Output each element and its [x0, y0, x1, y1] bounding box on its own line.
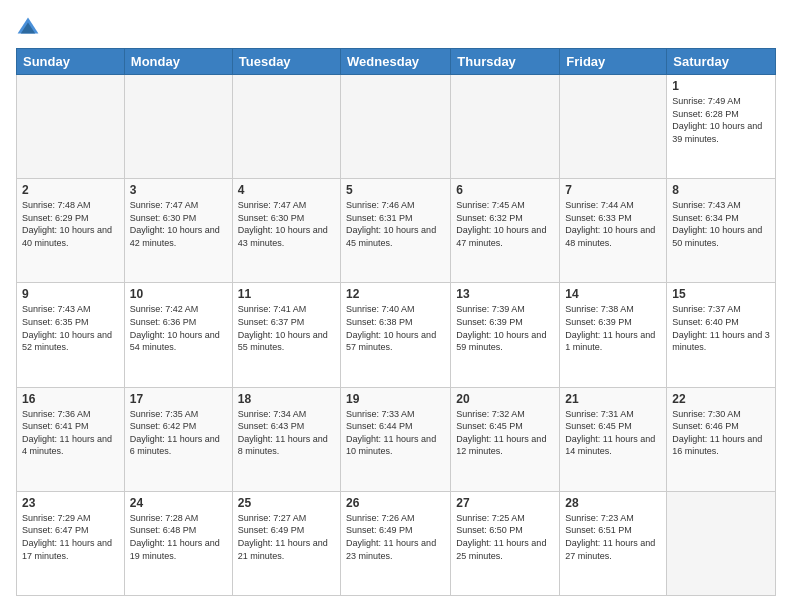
calendar-cell: 2 Sunrise: 7:48 AM Sunset: 6:29 PM Dayli…	[17, 179, 125, 283]
daylight-label: Daylight: 11 hours and 6 minutes.	[130, 434, 220, 457]
sunrise-label: Sunrise: 7:46 AM	[346, 200, 415, 210]
daylight-label: Daylight: 11 hours and 27 minutes.	[565, 538, 655, 561]
page: SundayMondayTuesdayWednesdayThursdayFrid…	[0, 0, 792, 612]
day-info: Sunrise: 7:43 AM Sunset: 6:34 PM Dayligh…	[672, 199, 770, 249]
day-number: 19	[346, 392, 445, 406]
day-number: 1	[672, 79, 770, 93]
sunrise-label: Sunrise: 7:33 AM	[346, 409, 415, 419]
daylight-label: Daylight: 10 hours and 48 minutes.	[565, 225, 655, 248]
day-info: Sunrise: 7:36 AM Sunset: 6:41 PM Dayligh…	[22, 408, 119, 458]
sunrise-label: Sunrise: 7:47 AM	[238, 200, 307, 210]
sunrise-label: Sunrise: 7:45 AM	[456, 200, 525, 210]
calendar-cell: 23 Sunrise: 7:29 AM Sunset: 6:47 PM Dayl…	[17, 491, 125, 595]
sunrise-label: Sunrise: 7:37 AM	[672, 304, 741, 314]
daylight-label: Daylight: 10 hours and 40 minutes.	[22, 225, 112, 248]
sunset-label: Sunset: 6:34 PM	[672, 213, 739, 223]
daylight-label: Daylight: 11 hours and 1 minute.	[565, 330, 655, 353]
sunrise-label: Sunrise: 7:30 AM	[672, 409, 741, 419]
day-number: 15	[672, 287, 770, 301]
sunset-label: Sunset: 6:45 PM	[456, 421, 523, 431]
header	[16, 16, 776, 40]
daylight-label: Daylight: 11 hours and 25 minutes.	[456, 538, 546, 561]
day-number: 14	[565, 287, 661, 301]
day-info: Sunrise: 7:23 AM Sunset: 6:51 PM Dayligh…	[565, 512, 661, 562]
day-info: Sunrise: 7:25 AM Sunset: 6:50 PM Dayligh…	[456, 512, 554, 562]
daylight-label: Daylight: 11 hours and 17 minutes.	[22, 538, 112, 561]
sunset-label: Sunset: 6:38 PM	[346, 317, 413, 327]
day-number: 16	[22, 392, 119, 406]
day-number: 23	[22, 496, 119, 510]
day-info: Sunrise: 7:45 AM Sunset: 6:32 PM Dayligh…	[456, 199, 554, 249]
sunset-label: Sunset: 6:43 PM	[238, 421, 305, 431]
day-number: 3	[130, 183, 227, 197]
calendar-cell	[451, 75, 560, 179]
sunset-label: Sunset: 6:31 PM	[346, 213, 413, 223]
calendar-week-row: 2 Sunrise: 7:48 AM Sunset: 6:29 PM Dayli…	[17, 179, 776, 283]
calendar-week-row: 1 Sunrise: 7:49 AM Sunset: 6:28 PM Dayli…	[17, 75, 776, 179]
sunrise-label: Sunrise: 7:29 AM	[22, 513, 91, 523]
day-info: Sunrise: 7:41 AM Sunset: 6:37 PM Dayligh…	[238, 303, 335, 353]
sunset-label: Sunset: 6:40 PM	[672, 317, 739, 327]
calendar-cell: 14 Sunrise: 7:38 AM Sunset: 6:39 PM Dayl…	[560, 283, 667, 387]
day-info: Sunrise: 7:40 AM Sunset: 6:38 PM Dayligh…	[346, 303, 445, 353]
sunset-label: Sunset: 6:29 PM	[22, 213, 89, 223]
sunset-label: Sunset: 6:39 PM	[565, 317, 632, 327]
sunrise-label: Sunrise: 7:38 AM	[565, 304, 634, 314]
sunset-label: Sunset: 6:46 PM	[672, 421, 739, 431]
weekday-header: Tuesday	[232, 49, 340, 75]
daylight-label: Daylight: 10 hours and 43 minutes.	[238, 225, 328, 248]
daylight-label: Daylight: 10 hours and 59 minutes.	[456, 330, 546, 353]
sunrise-label: Sunrise: 7:27 AM	[238, 513, 307, 523]
daylight-label: Daylight: 10 hours and 52 minutes.	[22, 330, 112, 353]
day-info: Sunrise: 7:34 AM Sunset: 6:43 PM Dayligh…	[238, 408, 335, 458]
day-number: 5	[346, 183, 445, 197]
day-info: Sunrise: 7:29 AM Sunset: 6:47 PM Dayligh…	[22, 512, 119, 562]
sunrise-label: Sunrise: 7:25 AM	[456, 513, 525, 523]
sunset-label: Sunset: 6:44 PM	[346, 421, 413, 431]
day-info: Sunrise: 7:47 AM Sunset: 6:30 PM Dayligh…	[238, 199, 335, 249]
day-number: 24	[130, 496, 227, 510]
day-number: 4	[238, 183, 335, 197]
sunrise-label: Sunrise: 7:43 AM	[22, 304, 91, 314]
day-info: Sunrise: 7:42 AM Sunset: 6:36 PM Dayligh…	[130, 303, 227, 353]
weekday-header: Saturday	[667, 49, 776, 75]
daylight-label: Daylight: 10 hours and 42 minutes.	[130, 225, 220, 248]
day-number: 28	[565, 496, 661, 510]
calendar-cell	[17, 75, 125, 179]
day-info: Sunrise: 7:32 AM Sunset: 6:45 PM Dayligh…	[456, 408, 554, 458]
sunrise-label: Sunrise: 7:28 AM	[130, 513, 199, 523]
calendar-cell: 20 Sunrise: 7:32 AM Sunset: 6:45 PM Dayl…	[451, 387, 560, 491]
day-number: 17	[130, 392, 227, 406]
calendar-week-row: 16 Sunrise: 7:36 AM Sunset: 6:41 PM Dayl…	[17, 387, 776, 491]
calendar-cell	[667, 491, 776, 595]
day-info: Sunrise: 7:37 AM Sunset: 6:40 PM Dayligh…	[672, 303, 770, 353]
day-info: Sunrise: 7:38 AM Sunset: 6:39 PM Dayligh…	[565, 303, 661, 353]
day-info: Sunrise: 7:28 AM Sunset: 6:48 PM Dayligh…	[130, 512, 227, 562]
sunrise-label: Sunrise: 7:39 AM	[456, 304, 525, 314]
day-number: 9	[22, 287, 119, 301]
day-info: Sunrise: 7:33 AM Sunset: 6:44 PM Dayligh…	[346, 408, 445, 458]
day-info: Sunrise: 7:30 AM Sunset: 6:46 PM Dayligh…	[672, 408, 770, 458]
sunset-label: Sunset: 6:49 PM	[346, 525, 413, 535]
sunset-label: Sunset: 6:51 PM	[565, 525, 632, 535]
day-info: Sunrise: 7:43 AM Sunset: 6:35 PM Dayligh…	[22, 303, 119, 353]
day-info: Sunrise: 7:49 AM Sunset: 6:28 PM Dayligh…	[672, 95, 770, 145]
sunrise-label: Sunrise: 7:42 AM	[130, 304, 199, 314]
calendar-cell: 19 Sunrise: 7:33 AM Sunset: 6:44 PM Dayl…	[341, 387, 451, 491]
calendar-cell: 10 Sunrise: 7:42 AM Sunset: 6:36 PM Dayl…	[124, 283, 232, 387]
calendar-cell: 25 Sunrise: 7:27 AM Sunset: 6:49 PM Dayl…	[232, 491, 340, 595]
weekday-header: Sunday	[17, 49, 125, 75]
sunset-label: Sunset: 6:50 PM	[456, 525, 523, 535]
calendar-cell: 1 Sunrise: 7:49 AM Sunset: 6:28 PM Dayli…	[667, 75, 776, 179]
daylight-label: Daylight: 11 hours and 8 minutes.	[238, 434, 328, 457]
sunrise-label: Sunrise: 7:44 AM	[565, 200, 634, 210]
day-info: Sunrise: 7:26 AM Sunset: 6:49 PM Dayligh…	[346, 512, 445, 562]
day-number: 18	[238, 392, 335, 406]
calendar-cell: 13 Sunrise: 7:39 AM Sunset: 6:39 PM Dayl…	[451, 283, 560, 387]
sunset-label: Sunset: 6:42 PM	[130, 421, 197, 431]
sunset-label: Sunset: 6:30 PM	[130, 213, 197, 223]
daylight-label: Daylight: 11 hours and 12 minutes.	[456, 434, 546, 457]
sunset-label: Sunset: 6:28 PM	[672, 109, 739, 119]
sunset-label: Sunset: 6:45 PM	[565, 421, 632, 431]
day-info: Sunrise: 7:35 AM Sunset: 6:42 PM Dayligh…	[130, 408, 227, 458]
